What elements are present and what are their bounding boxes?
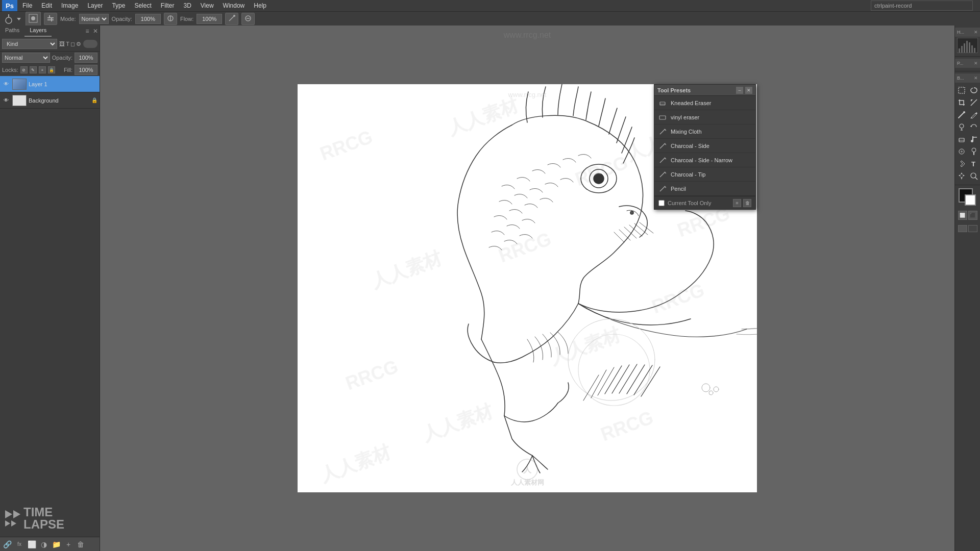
dodge-tool-icon[interactable] xyxy=(968,146,979,157)
current-tool-only-checkbox[interactable] xyxy=(658,200,665,206)
current-tool-only-label: Current Tool Only xyxy=(668,200,730,206)
layer-fill-input[interactable] xyxy=(75,65,97,75)
panel-close-btn[interactable]: ✕ xyxy=(91,26,100,37)
layer-filter-toggle[interactable] xyxy=(83,40,97,48)
layer-delete-btn[interactable]: 🗑 xyxy=(76,539,86,549)
fill-tool-icon[interactable] xyxy=(968,134,979,145)
flow-input[interactable] xyxy=(197,14,222,24)
lock-position-btn[interactable]: + xyxy=(39,66,46,73)
menu-type[interactable]: Type xyxy=(108,1,129,10)
layer-mask-btn[interactable]: ⬜ xyxy=(27,539,37,549)
menu-3d[interactable]: 3D xyxy=(179,1,195,10)
panel-menu-btn[interactable]: ≡ xyxy=(83,26,91,37)
svg-rect-5 xyxy=(47,17,54,18)
layer-filter-smart-btn[interactable]: ⚙ xyxy=(76,41,81,47)
preset-item-kneaded-eraser[interactable]: Kneaded Eraser xyxy=(654,96,755,110)
blur-tools-pair xyxy=(956,146,979,157)
menu-edit[interactable]: Edit xyxy=(37,1,56,10)
preset-item-charcoal-side-narrow[interactable]: Charcoal - Side - Narrow xyxy=(654,153,755,167)
full-screen-icon[interactable] xyxy=(968,225,977,232)
properties-close-btn[interactable]: ✕ xyxy=(974,61,978,66)
lasso-tool-icon[interactable] xyxy=(968,85,979,96)
layer-adjustment-btn[interactable]: ◑ xyxy=(39,539,49,549)
url-input[interactable] xyxy=(871,1,973,11)
preset-item-mixing-cloth[interactable]: Mixing Cloth xyxy=(654,124,755,139)
preset-item-charcoal-tip[interactable]: Charcoal - Tip xyxy=(654,167,755,182)
layer-item-background[interactable]: 👁 Background 🔒 xyxy=(0,92,100,109)
move-tool-icon[interactable] xyxy=(956,170,967,182)
histogram-section: H... ✕ xyxy=(955,26,980,57)
brush-tool-icon-right[interactable] xyxy=(956,109,967,120)
tool-presets-minimize-btn[interactable]: – xyxy=(736,87,743,94)
tool-preset-list-btn[interactable]: ≡ xyxy=(733,199,741,207)
quick-mask-icon[interactable]: ⬛ xyxy=(968,211,977,220)
menu-image[interactable]: Image xyxy=(57,1,82,10)
opacity-input[interactable] xyxy=(135,14,161,24)
preset-item-charcoal-side[interactable]: Charcoal - Side xyxy=(654,139,755,153)
lock-all-btn[interactable]: 🔒 xyxy=(48,66,55,73)
svg-text:人: 人 xyxy=(523,465,532,474)
preset-icon-kneaded-eraser xyxy=(658,99,667,107)
preset-icon-charcoal-tip xyxy=(658,170,667,179)
menu-window[interactable]: Window xyxy=(219,1,249,10)
brush-size-btn[interactable] xyxy=(26,12,41,26)
zoom-tool-icon[interactable] xyxy=(968,170,979,182)
clone-stamp-icon[interactable] xyxy=(956,121,967,133)
slice-tool-icon[interactable] xyxy=(968,97,979,108)
layer-mode-select[interactable]: Normal xyxy=(2,53,50,63)
brushes-label: B... xyxy=(957,76,964,81)
layer-filter-pixel-btn[interactable]: 🖼 xyxy=(59,41,65,47)
layer-filter-shape-btn[interactable]: ◻ xyxy=(70,41,75,47)
layer-visibility-eye[interactable]: 👁 xyxy=(2,80,10,88)
crop-tool-icon[interactable] xyxy=(956,97,967,108)
menu-view[interactable]: View xyxy=(197,1,218,10)
history-brush-icon[interactable] xyxy=(968,121,979,133)
pencil-tool-icon-right[interactable] xyxy=(968,109,979,120)
lock-transparent-btn[interactable]: ⊘ xyxy=(20,66,28,73)
pressure-flow-btn[interactable] xyxy=(241,13,255,25)
tool-presets-footer-buttons: ≡ 🗑 xyxy=(733,199,751,207)
menu-help[interactable]: Help xyxy=(250,1,271,10)
layer-fx-btn[interactable]: fx xyxy=(14,539,24,549)
histogram-close-btn[interactable]: ✕ xyxy=(974,30,978,35)
layer-filter-text-btn[interactable]: T xyxy=(66,41,69,47)
svg-line-43 xyxy=(665,129,666,131)
standard-screen-icon[interactable] xyxy=(958,225,967,232)
svg-rect-8 xyxy=(51,18,52,21)
layer-opacity-input[interactable] xyxy=(75,53,97,63)
layer-item-layer1[interactable]: 👁 Layer 1 xyxy=(0,76,100,92)
lock-image-btn[interactable]: ✎ xyxy=(30,66,37,73)
brush-dropdown-icon[interactable] xyxy=(15,15,22,22)
tool-preset-delete-btn[interactable]: 🗑 xyxy=(743,199,751,207)
pen-tool-icon[interactable] xyxy=(956,158,967,169)
airbrush-btn[interactable] xyxy=(225,13,238,25)
tool-presets-close-btn[interactable]: ✕ xyxy=(745,87,752,94)
blur-tool-icon[interactable] xyxy=(956,146,967,157)
mode-select[interactable]: Normal xyxy=(79,14,109,24)
svg-rect-55 xyxy=(966,41,968,53)
layer-new-btn[interactable]: + xyxy=(63,539,74,549)
pressure-opacity-btn[interactable] xyxy=(164,13,177,25)
type-tool-icon[interactable]: T xyxy=(968,158,979,169)
preset-item-vinyl-eraser[interactable]: vinyl eraser xyxy=(654,110,755,124)
menu-select[interactable]: Select xyxy=(130,1,155,10)
tab-layers[interactable]: Layers xyxy=(24,26,52,37)
layer-kind-select[interactable]: Kind xyxy=(2,39,57,49)
brushes-close-btn[interactable]: ✕ xyxy=(974,76,978,81)
tab-paths[interactable]: Paths xyxy=(0,26,24,37)
menu-layer[interactable]: Layer xyxy=(83,1,107,10)
background-color-swatch[interactable] xyxy=(965,194,976,206)
preset-item-pencil[interactable]: Pencil xyxy=(654,182,755,196)
menu-file[interactable]: File xyxy=(18,1,36,10)
brush-settings-btn[interactable] xyxy=(44,13,57,25)
marquee-tool-icon[interactable] xyxy=(956,85,967,96)
menu-filter[interactable]: Filter xyxy=(157,1,179,10)
eraser-tool-icon-right[interactable] xyxy=(956,134,967,145)
layer-group-btn[interactable]: 📁 xyxy=(51,539,61,549)
layer-link-btn[interactable]: 🔗 xyxy=(2,539,12,549)
layer-search-row: Kind 🖼 T ◻ ⚙ xyxy=(0,37,100,52)
svg-text:人人素材网: 人人素材网 xyxy=(510,479,544,486)
preset-icon-charcoal-side-narrow xyxy=(658,156,667,164)
normal-mode-icon[interactable]: ⬜ xyxy=(958,211,967,220)
layer-visibility-eye[interactable]: 👁 xyxy=(2,96,10,105)
